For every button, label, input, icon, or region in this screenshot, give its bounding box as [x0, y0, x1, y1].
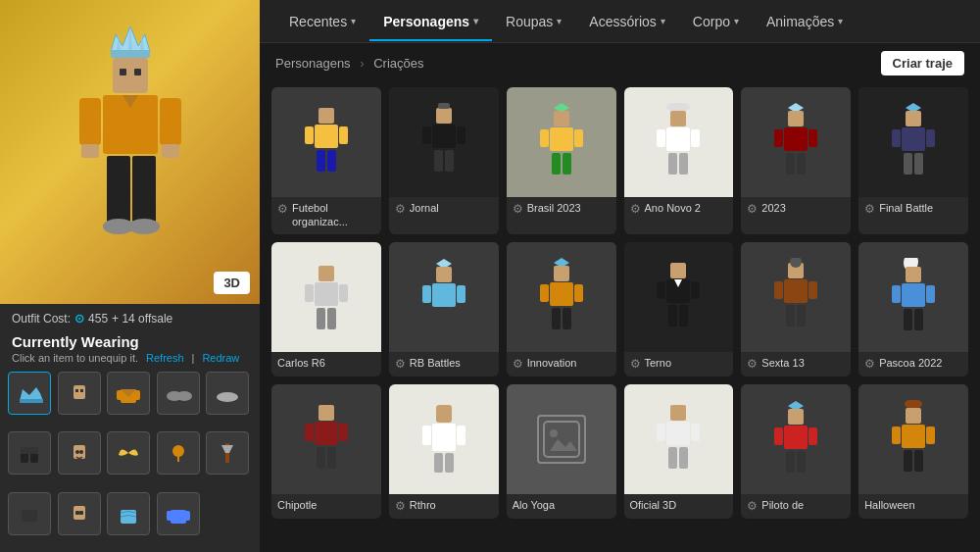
outfit-card-terno[interactable]: ⚙ Terno [624, 242, 734, 376]
left-panel: 3D Outfit Cost: ⊙ 455 + 14 offsale Curre… [0, 0, 260, 552]
svg-rect-127 [892, 285, 901, 303]
robux-icon: ⊙ [74, 312, 84, 326]
outfit-name: ⚙ RB Battles [389, 352, 499, 376]
equipped-item[interactable] [8, 431, 51, 475]
outfit-thumbnail [389, 384, 499, 494]
nav-recentes-label: Recentes [289, 14, 347, 29]
top-nav: Recentes ▾ Personagens ▾ Roupas ▾ Acessó… [260, 0, 980, 43]
outfit-card-jornal[interactable]: ⚙ Jornal [389, 87, 499, 234]
nav-roupas-label: Roupas [506, 14, 553, 29]
outfit-card-chipotle[interactable]: Chipotle [271, 384, 381, 519]
svg-rect-79 [808, 129, 817, 147]
outfit-card-innovation[interactable]: ⚙ Innovation [507, 242, 616, 376]
svg-point-144 [550, 429, 558, 437]
outfit-name: ⚙ Terno [624, 352, 734, 376]
view-3d-button[interactable]: 3D [214, 272, 250, 294]
svg-rect-136 [327, 447, 336, 469]
outfit-card-aloYoga[interactable]: Alo Yoga [507, 384, 616, 519]
equipped-item[interactable] [157, 372, 200, 415]
svg-point-36 [172, 445, 184, 457]
svg-rect-160 [902, 425, 925, 448]
nav-roupas[interactable]: Roupas ▾ [492, 2, 575, 41]
outfit-card-sexta13[interactable]: ⚙ Sexta 13 [741, 242, 851, 376]
svg-rect-52 [317, 150, 325, 172]
equipped-item[interactable] [107, 492, 150, 535]
svg-rect-93 [317, 308, 325, 329]
breadcrumb-parent[interactable]: Personagens [275, 56, 351, 71]
svg-rect-164 [914, 450, 923, 472]
svg-rect-62 [554, 111, 569, 126]
equipped-item[interactable] [58, 431, 101, 475]
svg-rect-49 [315, 125, 338, 148]
outfit-thumbnail [858, 384, 968, 494]
outfit-card-oficial3d[interactable]: Oficial 3D [624, 384, 734, 519]
outfit-card-finalBattle[interactable]: ⚙ Final Battle [858, 87, 968, 234]
svg-rect-65 [574, 129, 583, 147]
svg-rect-83 [906, 111, 921, 126]
outfit-card-anoNovo[interactable]: ⚙ Ano Novo 2 [624, 87, 734, 234]
equipped-item[interactable] [58, 372, 101, 415]
nav-recentes[interactable]: Recentes ▾ [275, 2, 369, 41]
svg-rect-134 [339, 424, 348, 441]
create-outfit-button[interactable]: Criar traje [881, 51, 964, 75]
outfit-label: Sexta 13 [761, 356, 804, 370]
svg-rect-91 [305, 284, 314, 302]
svg-rect-133 [305, 424, 314, 441]
outfit-card-rbBattles[interactable]: ⚙ RB Battles [389, 242, 499, 376]
svg-rect-103 [554, 266, 569, 281]
redraw-link[interactable]: Redraw [202, 352, 239, 364]
equipped-item[interactable] [58, 492, 101, 535]
outfit-card-2023[interactable]: ⚙ 2023 [741, 87, 851, 234]
outfit-card-rthro[interactable]: ⚙ Rthro [389, 384, 499, 519]
outfit-name: ⚙ Innovation [507, 352, 616, 376]
svg-point-28 [176, 391, 192, 401]
svg-rect-140 [457, 426, 466, 445]
svg-rect-146 [666, 422, 690, 445]
svg-rect-101 [445, 309, 454, 330]
outfit-thumbnail [271, 87, 381, 197]
outfit-label: Halloween [864, 498, 914, 512]
outfit-card-pascoa[interactable]: ⚙ Pascoa 2022 [858, 242, 968, 376]
outfit-name: ⚙ Brasil 2023 [507, 197, 616, 222]
equipped-item[interactable] [107, 372, 150, 415]
equipped-item[interactable] [157, 431, 200, 475]
outfit-card-halloween[interactable]: Halloween [858, 384, 968, 519]
outfit-thumbnail [741, 242, 851, 352]
outfit-name: ⚙ Final Battle [858, 197, 968, 222]
outfit-thumbnail [389, 87, 499, 197]
outfit-name: ⚙ 2023 [741, 197, 851, 222]
equipped-item[interactable] [8, 492, 51, 535]
equipped-item[interactable] [8, 372, 51, 415]
outfit-thumbnail [507, 87, 616, 197]
nav-personagens[interactable]: Personagens ▾ [369, 2, 492, 41]
chevron-icon: ▾ [557, 16, 562, 26]
outfit-thumbnail [507, 384, 616, 494]
gear-icon: ⚙ [277, 202, 288, 216]
outfit-label: Ano Novo 2 [645, 201, 701, 215]
nav-animacoes[interactable]: Animações ▾ [753, 2, 857, 41]
outfit-name: Halloween [858, 494, 968, 518]
outfit-card-brasil[interactable]: ⚙ Brasil 2023 [507, 87, 616, 234]
equipped-item[interactable] [206, 372, 249, 415]
svg-rect-126 [902, 283, 925, 307]
outfit-card-carlosR6[interactable]: Carlos R6 [271, 242, 381, 376]
svg-rect-137 [436, 405, 452, 423]
svg-rect-72 [691, 129, 700, 147]
outfit-label: Pascoa 2022 [879, 356, 942, 370]
nav-corpo[interactable]: Corpo ▾ [679, 2, 753, 41]
equipped-item[interactable] [157, 492, 200, 535]
equipped-item[interactable] [107, 431, 150, 475]
svg-rect-10 [162, 144, 179, 158]
nav-acessorios[interactable]: Acessórios ▾ [575, 2, 678, 41]
nav-personagens-label: Personagens [383, 14, 469, 29]
outfit-name: Chipotle [271, 494, 381, 518]
svg-rect-7 [79, 98, 101, 145]
svg-rect-135 [317, 447, 325, 469]
svg-point-68 [666, 103, 690, 112]
equipped-item[interactable] [206, 431, 249, 475]
svg-rect-9 [81, 144, 99, 158]
refresh-link[interactable]: Refresh [146, 352, 184, 364]
outfit-card-futebol[interactable]: ⚙ Futebol organizac... [271, 87, 381, 234]
outfit-card-piloto[interactable]: ⚙ Piloto de [741, 384, 851, 519]
svg-rect-70 [666, 127, 690, 151]
